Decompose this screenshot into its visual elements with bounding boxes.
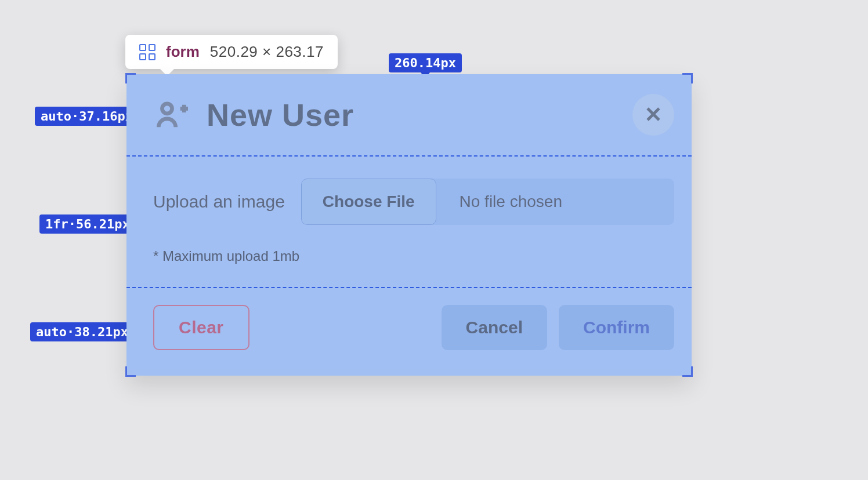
- upload-label: Upload an image: [153, 192, 285, 212]
- new-user-form: New User Upload an image Choose File No …: [126, 74, 692, 376]
- file-status-text: No file chosen: [436, 179, 674, 225]
- user-plus-icon: [153, 96, 190, 133]
- devtools-element-tooltip: form 520.29 × 263.17: [125, 35, 338, 69]
- tooltip-dimensions: 520.29 × 263.17: [210, 43, 324, 61]
- cancel-button[interactable]: Cancel: [442, 305, 547, 350]
- dialog-header: New User: [153, 94, 674, 136]
- grid-row1-size-chip: auto·37.16px: [35, 107, 139, 126]
- grid-row3-size-chip: auto·38.21px: [30, 322, 134, 341]
- grid-row2-size-chip: 1fr·56.21px: [39, 214, 136, 234]
- upload-hint: * Maximum upload 1mb: [153, 248, 299, 264]
- close-icon: [643, 104, 663, 126]
- clear-button[interactable]: Clear: [153, 305, 249, 350]
- svg-point-0: [162, 104, 172, 114]
- file-input[interactable]: Choose File No file chosen: [301, 179, 674, 225]
- grid-icon: [139, 44, 155, 60]
- close-button[interactable]: [632, 94, 674, 136]
- upload-row: Upload an image Choose File No file chos…: [153, 179, 674, 225]
- tooltip-element-name: form: [166, 43, 200, 61]
- confirm-button[interactable]: Confirm: [559, 305, 674, 350]
- dialog-title: New User: [207, 97, 616, 133]
- dialog-footer: Clear Cancel Confirm: [153, 305, 674, 350]
- choose-file-button[interactable]: Choose File: [301, 179, 436, 225]
- grid-column-size-chip: 260.14px: [389, 53, 462, 72]
